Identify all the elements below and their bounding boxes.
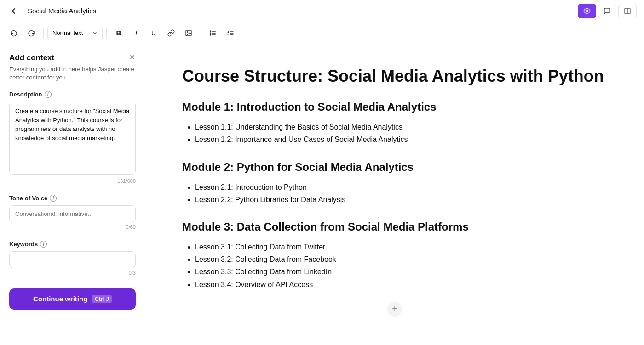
module-lessons-3: Lesson 3.1: Collecting Data from Twitter… (182, 241, 607, 291)
lesson-item: Lesson 3.4: Overview of API Access (195, 278, 607, 291)
module-title-2: Module 2: Python for Social Media Analyt… (182, 161, 607, 174)
keywords-label-text: Keywords (9, 241, 38, 248)
tone-char-count: 0/60 (9, 224, 136, 230)
toolbar-separator-3 (201, 28, 201, 39)
comment-view-button[interactable] (598, 4, 616, 18)
svg-point-10 (210, 34, 211, 35)
tone-info-icon: i (50, 195, 57, 202)
topbar-right (578, 4, 637, 18)
lesson-item: Lesson 2.2: Python Libraries for Data An… (195, 193, 607, 206)
link-button[interactable] (163, 26, 179, 40)
bullet-list-button[interactable] (205, 26, 221, 40)
preview-view-button[interactable] (578, 4, 596, 18)
topbar-left: Social Media Analytics (7, 4, 96, 18)
content-main-title: Course Structure: Social Media Analytics… (182, 66, 607, 86)
description-section: Description i Create a course structure … (0, 85, 145, 189)
lesson-item: Lesson 2.1: Introduction to Python (195, 181, 607, 193)
split-view-button[interactable] (618, 4, 637, 18)
format-select[interactable]: Normal text (47, 26, 103, 40)
keyboard-hint: Ctrl J (92, 295, 112, 303)
continue-writing-button[interactable]: Continue writing Ctrl J (9, 288, 136, 310)
italic-button[interactable]: I (128, 26, 144, 40)
sidebar-subtitle: Everything you add in here helps Jasper … (9, 65, 136, 82)
lesson-item: Lesson 1.2: Importance and Use Cases of … (195, 133, 607, 146)
keywords-label: Keywords i (9, 241, 136, 248)
context-sidebar: Add context Everything you add in here h… (0, 44, 145, 345)
tone-input[interactable] (9, 205, 136, 222)
add-block-button[interactable]: + (387, 302, 402, 317)
numbered-list-button[interactable] (222, 26, 239, 40)
continue-writing-label: Continue writing (33, 295, 87, 303)
formatting-toolbar: Normal text B I U (0, 22, 644, 44)
image-button[interactable] (180, 26, 197, 40)
tone-label: Tone of Voice i (9, 195, 136, 202)
module-lessons-2: Lesson 2.1: Introduction to PythonLesson… (182, 181, 607, 206)
underline-button[interactable]: U (145, 26, 162, 40)
tone-section: Tone of Voice i 0/60 (0, 189, 145, 235)
tone-label-text: Tone of Voice (9, 195, 47, 202)
keywords-section: Keywords i 0/3 (0, 235, 145, 281)
toolbar-separator-1 (43, 28, 44, 39)
svg-point-9 (210, 33, 211, 34)
format-select-label: Normal text (52, 29, 83, 36)
lesson-item: Lesson 1.1: Understanding the Basics of … (195, 121, 607, 133)
main-area: Add context Everything you add in here h… (0, 44, 644, 345)
redo-button[interactable] (23, 26, 40, 40)
description-label-text: Description (9, 91, 42, 98)
module-lessons-1: Lesson 1.1: Understanding the Basics of … (182, 121, 607, 146)
lesson-item: Lesson 3.2: Collecting Data from Faceboo… (195, 253, 607, 266)
svg-point-4 (187, 31, 188, 32)
sidebar-header: Add context Everything you add in here h… (0, 44, 145, 85)
keywords-info-icon: i (40, 241, 47, 248)
modules-container: Module 1: Introduction to Social Media A… (182, 101, 607, 291)
topbar: Social Media Analytics (0, 0, 644, 22)
lesson-item: Lesson 3.3: Collecting Data from LinkedI… (195, 266, 607, 278)
toolbar-separator-2 (106, 28, 107, 39)
svg-point-8 (210, 31, 211, 32)
svg-point-0 (586, 10, 588, 12)
keywords-input[interactable] (9, 251, 136, 268)
description-info-icon: i (45, 91, 52, 98)
undo-button[interactable] (6, 26, 22, 40)
close-sidebar-button[interactable]: ✕ (126, 51, 138, 62)
module-title-3: Module 3: Data Collection from Social Me… (182, 221, 607, 233)
description-textarea[interactable]: Create a course structure for "Social Me… (9, 102, 136, 175)
back-button[interactable] (7, 4, 22, 18)
lesson-item: Lesson 3.1: Collecting Data from Twitter (195, 241, 607, 253)
document-title: Social Media Analytics (28, 7, 96, 15)
module-title-1: Module 1: Introduction to Social Media A… (182, 101, 607, 113)
description-char-count: 161/600 (9, 178, 136, 184)
keywords-char-count: 0/3 (9, 270, 136, 276)
description-label: Description i (9, 91, 136, 98)
content-area: Course Structure: Social Media Analytics… (145, 44, 644, 345)
content-wrapper: Course Structure: Social Media Analytics… (182, 66, 607, 302)
bold-button[interactable]: B (110, 26, 127, 40)
sidebar-title: Add context (9, 53, 136, 62)
